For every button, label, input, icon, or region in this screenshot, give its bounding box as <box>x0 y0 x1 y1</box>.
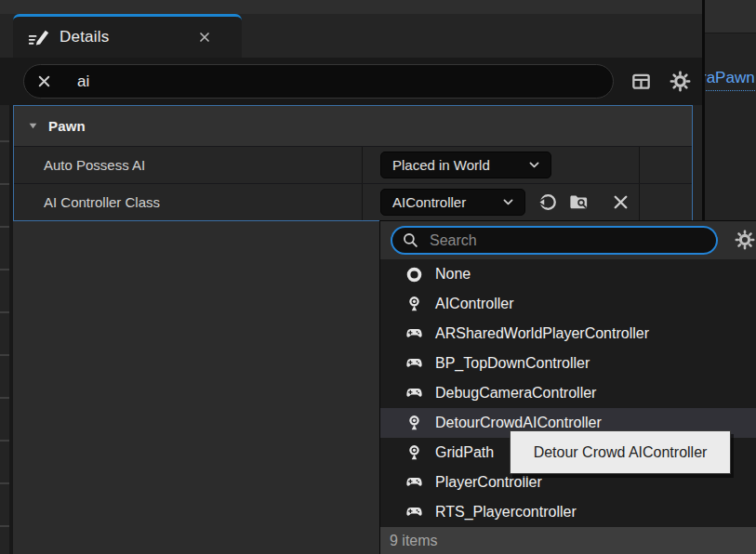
pawn-icon <box>405 443 424 463</box>
class-picker-item[interactable]: AIController <box>380 289 756 319</box>
use-selected-asset-icon[interactable] <box>537 191 558 213</box>
expander-triangle-icon[interactable] <box>26 121 40 131</box>
property-label: Auto Possess AI <box>44 147 145 184</box>
tab-title: Details <box>60 28 109 46</box>
class-picker-header <box>380 221 756 259</box>
details-search-box[interactable] <box>23 64 614 99</box>
chevron-down-icon <box>527 158 541 172</box>
pawn-icon <box>405 295 424 314</box>
tab-details[interactable]: Details <box>13 14 242 58</box>
browse-asset-icon[interactable] <box>568 191 590 213</box>
none-icon <box>405 265 424 284</box>
pawn-category-section: Pawn Auto Possess AI Placed in World AI … <box>13 105 693 221</box>
property-label: AI Controller Class <box>44 184 160 221</box>
details-search-input[interactable] <box>75 72 577 92</box>
class-picker-search-box[interactable] <box>391 226 718 255</box>
outliner-header <box>705 0 756 33</box>
view-options-gear-icon[interactable] <box>670 71 691 92</box>
class-item-label: GridPath <box>435 444 494 461</box>
class-item-label: PlayerController <box>435 474 542 491</box>
class-item-label: ARSharedWorldPlayerController <box>435 325 649 342</box>
clear-search-icon[interactable] <box>35 73 53 90</box>
pawn-icon <box>405 414 424 433</box>
class-picker-list: None AIController ARSharedWorldPlayerCon… <box>380 259 756 527</box>
class-item-label: BP_TopDownController <box>435 355 590 372</box>
class-item-label: RTS_Playercontroller <box>435 504 577 521</box>
gamepad-icon <box>405 503 424 522</box>
class-item-label: None <box>435 266 471 283</box>
details-pencil-icon <box>26 25 50 49</box>
class-item-label: DetourCrowdAIController <box>435 415 602 431</box>
row-ai-controller-class: AI Controller Class AIController <box>14 183 692 220</box>
class-picker-item[interactable]: RTS_Playercontroller <box>380 497 756 527</box>
close-tab-icon[interactable] <box>197 30 212 45</box>
class-picker-item[interactable]: None <box>380 259 756 289</box>
clear-value-icon[interactable] <box>610 191 631 213</box>
class-picker-item[interactable]: BP_TopDownController <box>380 349 756 378</box>
picker-item-count: 9 items <box>380 527 756 554</box>
column-splitter[interactable] <box>362 147 363 183</box>
chevron-down-icon <box>501 195 515 209</box>
column-splitter[interactable] <box>639 147 640 183</box>
class-item-label: AIController <box>435 296 513 312</box>
gamepad-icon <box>405 473 424 493</box>
class-picker-search-input[interactable] <box>428 231 688 250</box>
window-top-strip <box>0 0 702 14</box>
dropdown-value: AIController <box>392 194 466 210</box>
gamepad-icon <box>405 324 424 344</box>
unreal-details-panel: Details Pawn Auto Possess AI Placed in W… <box>0 0 756 554</box>
tab-bar: Details <box>0 14 702 58</box>
column-splitter[interactable] <box>639 184 640 220</box>
dropdown-value: Placed in World <box>392 157 490 173</box>
class-picker-popup: None AIController ARSharedWorldPlayerCon… <box>379 220 756 554</box>
tooltip-text: Detour Crowd AIController <box>534 444 708 461</box>
column-splitter[interactable] <box>362 184 363 220</box>
property-matrix-icon[interactable] <box>630 71 652 92</box>
search-icon <box>402 231 419 249</box>
details-toolbar <box>0 58 702 105</box>
ai-controller-class-dropdown[interactable]: AIController <box>380 189 525 216</box>
picker-options-gear-icon[interactable] <box>735 230 755 250</box>
row-auto-possess-ai: Auto Possess AI Placed in World <box>14 146 692 183</box>
gamepad-icon <box>405 354 424 374</box>
tooltip: Detour Crowd AIController <box>510 430 731 474</box>
class-item-label: DebugCameraController <box>435 385 596 402</box>
category-header-pawn[interactable]: Pawn <box>14 106 692 146</box>
outliner-item-link[interactable]: raPawn <box>705 69 755 91</box>
gamepad-icon <box>405 384 424 403</box>
auto-possess-ai-dropdown[interactable]: Placed in World <box>380 152 551 178</box>
category-title: Pawn <box>48 118 86 134</box>
class-picker-item[interactable]: ARSharedWorldPlayerController <box>380 319 756 349</box>
class-picker-item[interactable]: DebugCameraController <box>380 378 756 408</box>
